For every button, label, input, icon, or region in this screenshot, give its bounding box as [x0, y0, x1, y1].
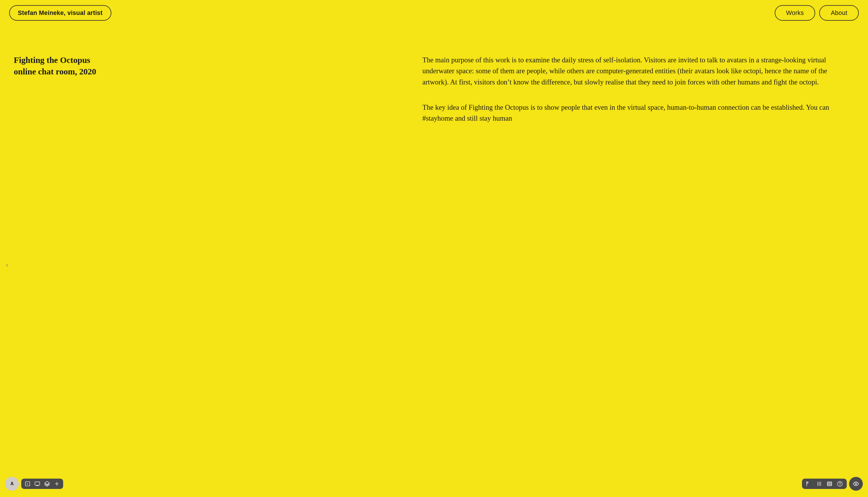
columns-tool-icon[interactable]	[816, 481, 822, 487]
svg-point-18	[855, 483, 857, 485]
about-nav-button[interactable]: About	[819, 5, 859, 21]
site-title-button[interactable]: Stefan Meineke, visual artist	[9, 5, 112, 21]
prev-arrow[interactable]: ‹	[6, 260, 9, 269]
left-panel: Fighting the Octopus online chat room, 2…	[0, 32, 417, 497]
bottom-toolbar-right	[802, 477, 863, 491]
layers-tool-icon[interactable]	[44, 481, 50, 487]
artwork-title-line1: Fighting the Octopus	[14, 55, 90, 65]
eye-tool-button[interactable]	[849, 477, 863, 491]
tool-group-left: 4	[21, 479, 63, 489]
nav-buttons: Works About	[775, 5, 859, 21]
rows-tool-icon[interactable]	[827, 481, 833, 487]
frame-tool-icon[interactable]: 4	[25, 481, 30, 487]
add-tool-icon[interactable]	[54, 481, 60, 487]
svg-rect-2	[35, 482, 40, 485]
help-tool-icon[interactable]	[837, 481, 843, 487]
right-panel: The main purpose of this work is to exam…	[417, 32, 868, 497]
tool-group-right	[802, 479, 847, 489]
artwork-title-line2: online chat room, 2020	[14, 67, 96, 76]
header: Stefan Meineke, visual artist Works Abou…	[0, 0, 868, 26]
main-content: Fighting the Octopus online chat room, 2…	[0, 0, 868, 497]
avatar-button[interactable]: A	[5, 477, 19, 491]
description-paragraph-2: The key idea of Fighting the Octopus is …	[423, 102, 851, 124]
artwork-description: The main purpose of this work is to exam…	[423, 55, 851, 124]
screen-tool-icon[interactable]	[34, 481, 40, 487]
flag-tool-icon[interactable]	[806, 481, 812, 487]
bottom-toolbar-left: A 4	[5, 477, 63, 491]
artwork-title: Fighting the Octopus online chat room, 2…	[14, 55, 403, 77]
works-nav-button[interactable]: Works	[775, 5, 815, 21]
svg-text:4: 4	[27, 483, 28, 485]
description-paragraph-1: The main purpose of this work is to exam…	[423, 55, 851, 88]
